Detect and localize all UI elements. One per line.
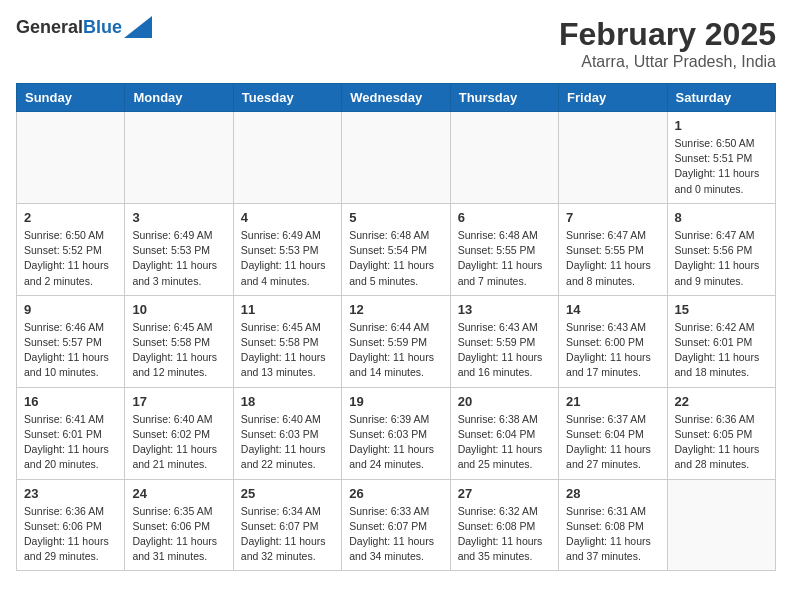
calendar-cell: 6Sunrise: 6:48 AM Sunset: 5:55 PM Daylig…: [450, 203, 558, 295]
day-info: Sunrise: 6:41 AM Sunset: 6:01 PM Dayligh…: [24, 412, 117, 473]
weekday-header-saturday: Saturday: [667, 84, 775, 112]
day-number: 18: [241, 394, 334, 409]
day-number: 27: [458, 486, 551, 501]
week-row-5: 23Sunrise: 6:36 AM Sunset: 6:06 PM Dayli…: [17, 479, 776, 571]
calendar-cell: 5Sunrise: 6:48 AM Sunset: 5:54 PM Daylig…: [342, 203, 450, 295]
weekday-header-monday: Monday: [125, 84, 233, 112]
logo-general-text: General: [16, 17, 83, 37]
day-number: 3: [132, 210, 225, 225]
calendar-cell: [667, 479, 775, 571]
calendar-cell: 10Sunrise: 6:45 AM Sunset: 5:58 PM Dayli…: [125, 295, 233, 387]
day-number: 8: [675, 210, 768, 225]
day-number: 7: [566, 210, 659, 225]
calendar-cell: 17Sunrise: 6:40 AM Sunset: 6:02 PM Dayli…: [125, 387, 233, 479]
day-number: 20: [458, 394, 551, 409]
day-number: 24: [132, 486, 225, 501]
day-number: 10: [132, 302, 225, 317]
day-info: Sunrise: 6:38 AM Sunset: 6:04 PM Dayligh…: [458, 412, 551, 473]
day-info: Sunrise: 6:49 AM Sunset: 5:53 PM Dayligh…: [132, 228, 225, 289]
calendar-cell: 4Sunrise: 6:49 AM Sunset: 5:53 PM Daylig…: [233, 203, 341, 295]
calendar-cell: 3Sunrise: 6:49 AM Sunset: 5:53 PM Daylig…: [125, 203, 233, 295]
calendar-cell: 12Sunrise: 6:44 AM Sunset: 5:59 PM Dayli…: [342, 295, 450, 387]
calendar-cell: 21Sunrise: 6:37 AM Sunset: 6:04 PM Dayli…: [559, 387, 667, 479]
logo: GeneralBlue: [16, 16, 152, 38]
day-info: Sunrise: 6:50 AM Sunset: 5:51 PM Dayligh…: [675, 136, 768, 197]
weekday-header-sunday: Sunday: [17, 84, 125, 112]
calendar-cell: 18Sunrise: 6:40 AM Sunset: 6:03 PM Dayli…: [233, 387, 341, 479]
calendar-cell: 16Sunrise: 6:41 AM Sunset: 6:01 PM Dayli…: [17, 387, 125, 479]
calendar-cell: [125, 112, 233, 204]
day-info: Sunrise: 6:50 AM Sunset: 5:52 PM Dayligh…: [24, 228, 117, 289]
calendar-cell: 7Sunrise: 6:47 AM Sunset: 5:55 PM Daylig…: [559, 203, 667, 295]
day-number: 13: [458, 302, 551, 317]
calendar-cell: [233, 112, 341, 204]
title-area: February 2025 Atarra, Uttar Pradesh, Ind…: [559, 16, 776, 71]
week-row-2: 2Sunrise: 6:50 AM Sunset: 5:52 PM Daylig…: [17, 203, 776, 295]
day-number: 9: [24, 302, 117, 317]
calendar-cell: 25Sunrise: 6:34 AM Sunset: 6:07 PM Dayli…: [233, 479, 341, 571]
day-number: 19: [349, 394, 442, 409]
day-number: 14: [566, 302, 659, 317]
calendar-cell: 23Sunrise: 6:36 AM Sunset: 6:06 PM Dayli…: [17, 479, 125, 571]
day-info: Sunrise: 6:42 AM Sunset: 6:01 PM Dayligh…: [675, 320, 768, 381]
day-number: 11: [241, 302, 334, 317]
calendar: SundayMondayTuesdayWednesdayThursdayFrid…: [16, 83, 776, 571]
day-info: Sunrise: 6:32 AM Sunset: 6:08 PM Dayligh…: [458, 504, 551, 565]
weekday-header-tuesday: Tuesday: [233, 84, 341, 112]
logo-icon: [124, 16, 152, 38]
week-row-3: 9Sunrise: 6:46 AM Sunset: 5:57 PM Daylig…: [17, 295, 776, 387]
weekday-header-friday: Friday: [559, 84, 667, 112]
logo-blue-text: Blue: [83, 17, 122, 37]
day-info: Sunrise: 6:33 AM Sunset: 6:07 PM Dayligh…: [349, 504, 442, 565]
day-info: Sunrise: 6:45 AM Sunset: 5:58 PM Dayligh…: [132, 320, 225, 381]
weekday-header-wednesday: Wednesday: [342, 84, 450, 112]
calendar-cell: 24Sunrise: 6:35 AM Sunset: 6:06 PM Dayli…: [125, 479, 233, 571]
day-info: Sunrise: 6:34 AM Sunset: 6:07 PM Dayligh…: [241, 504, 334, 565]
header: GeneralBlue February 2025 Atarra, Uttar …: [16, 16, 776, 71]
day-info: Sunrise: 6:40 AM Sunset: 6:02 PM Dayligh…: [132, 412, 225, 473]
calendar-cell: 27Sunrise: 6:32 AM Sunset: 6:08 PM Dayli…: [450, 479, 558, 571]
day-number: 15: [675, 302, 768, 317]
day-number: 12: [349, 302, 442, 317]
day-info: Sunrise: 6:37 AM Sunset: 6:04 PM Dayligh…: [566, 412, 659, 473]
day-info: Sunrise: 6:45 AM Sunset: 5:58 PM Dayligh…: [241, 320, 334, 381]
day-info: Sunrise: 6:46 AM Sunset: 5:57 PM Dayligh…: [24, 320, 117, 381]
calendar-cell: 14Sunrise: 6:43 AM Sunset: 6:00 PM Dayli…: [559, 295, 667, 387]
calendar-cell: 20Sunrise: 6:38 AM Sunset: 6:04 PM Dayli…: [450, 387, 558, 479]
calendar-cell: 19Sunrise: 6:39 AM Sunset: 6:03 PM Dayli…: [342, 387, 450, 479]
day-info: Sunrise: 6:40 AM Sunset: 6:03 PM Dayligh…: [241, 412, 334, 473]
day-info: Sunrise: 6:43 AM Sunset: 6:00 PM Dayligh…: [566, 320, 659, 381]
day-info: Sunrise: 6:48 AM Sunset: 5:55 PM Dayligh…: [458, 228, 551, 289]
calendar-cell: 1Sunrise: 6:50 AM Sunset: 5:51 PM Daylig…: [667, 112, 775, 204]
main-title: February 2025: [559, 16, 776, 53]
day-info: Sunrise: 6:36 AM Sunset: 6:06 PM Dayligh…: [24, 504, 117, 565]
day-number: 17: [132, 394, 225, 409]
weekday-header-thursday: Thursday: [450, 84, 558, 112]
calendar-cell: 8Sunrise: 6:47 AM Sunset: 5:56 PM Daylig…: [667, 203, 775, 295]
calendar-cell: 22Sunrise: 6:36 AM Sunset: 6:05 PM Dayli…: [667, 387, 775, 479]
calendar-cell: 11Sunrise: 6:45 AM Sunset: 5:58 PM Dayli…: [233, 295, 341, 387]
calendar-cell: 26Sunrise: 6:33 AM Sunset: 6:07 PM Dayli…: [342, 479, 450, 571]
day-number: 5: [349, 210, 442, 225]
day-info: Sunrise: 6:48 AM Sunset: 5:54 PM Dayligh…: [349, 228, 442, 289]
calendar-cell: [450, 112, 558, 204]
day-info: Sunrise: 6:31 AM Sunset: 6:08 PM Dayligh…: [566, 504, 659, 565]
day-number: 2: [24, 210, 117, 225]
day-info: Sunrise: 6:44 AM Sunset: 5:59 PM Dayligh…: [349, 320, 442, 381]
day-number: 6: [458, 210, 551, 225]
day-info: Sunrise: 6:43 AM Sunset: 5:59 PM Dayligh…: [458, 320, 551, 381]
day-number: 1: [675, 118, 768, 133]
calendar-cell: 15Sunrise: 6:42 AM Sunset: 6:01 PM Dayli…: [667, 295, 775, 387]
day-info: Sunrise: 6:35 AM Sunset: 6:06 PM Dayligh…: [132, 504, 225, 565]
day-number: 21: [566, 394, 659, 409]
day-info: Sunrise: 6:36 AM Sunset: 6:05 PM Dayligh…: [675, 412, 768, 473]
weekday-header-row: SundayMondayTuesdayWednesdayThursdayFrid…: [17, 84, 776, 112]
calendar-cell: 9Sunrise: 6:46 AM Sunset: 5:57 PM Daylig…: [17, 295, 125, 387]
day-number: 23: [24, 486, 117, 501]
week-row-4: 16Sunrise: 6:41 AM Sunset: 6:01 PM Dayli…: [17, 387, 776, 479]
week-row-1: 1Sunrise: 6:50 AM Sunset: 5:51 PM Daylig…: [17, 112, 776, 204]
day-number: 22: [675, 394, 768, 409]
day-info: Sunrise: 6:49 AM Sunset: 5:53 PM Dayligh…: [241, 228, 334, 289]
day-number: 4: [241, 210, 334, 225]
calendar-cell: 2Sunrise: 6:50 AM Sunset: 5:52 PM Daylig…: [17, 203, 125, 295]
